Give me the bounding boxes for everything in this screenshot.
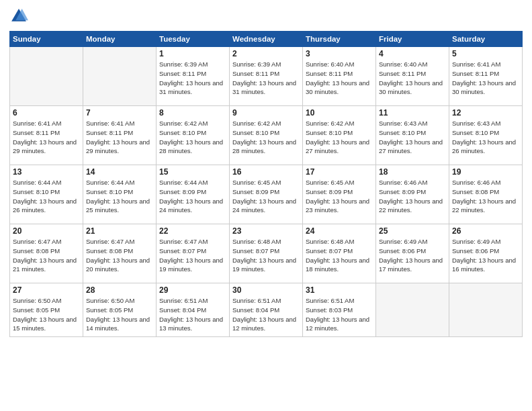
- day-detail: Sunrise: 6:43 AM Sunset: 8:10 PM Dayligh…: [379, 119, 446, 156]
- week-row-4: 27Sunrise: 6:50 AM Sunset: 8:05 PM Dayli…: [10, 283, 523, 337]
- calendar-cell: [449, 283, 523, 337]
- page: SundayMondayTuesdayWednesdayThursdayFrid…: [0, 0, 532, 411]
- day-detail: Sunrise: 6:40 AM Sunset: 8:11 PM Dayligh…: [379, 60, 446, 97]
- weekday-header-tuesday: Tuesday: [157, 32, 230, 47]
- day-number: 24: [306, 226, 373, 236]
- week-row-3: 20Sunrise: 6:47 AM Sunset: 8:08 PM Dayli…: [10, 224, 523, 283]
- day-detail: Sunrise: 6:43 AM Sunset: 8:10 PM Dayligh…: [452, 119, 519, 156]
- calendar-cell: 20Sunrise: 6:47 AM Sunset: 8:08 PM Dayli…: [10, 224, 83, 283]
- calendar-cell: 11Sunrise: 6:43 AM Sunset: 8:10 PM Dayli…: [376, 106, 449, 165]
- day-detail: Sunrise: 6:42 AM Sunset: 8:10 PM Dayligh…: [232, 119, 300, 156]
- day-number: 29: [159, 285, 226, 295]
- day-number: 23: [232, 226, 300, 236]
- calendar-cell: 27Sunrise: 6:50 AM Sunset: 8:05 PM Dayli…: [10, 283, 83, 337]
- calendar-cell: 30Sunrise: 6:51 AM Sunset: 8:04 PM Dayli…: [230, 283, 303, 337]
- day-number: 17: [306, 167, 373, 177]
- day-detail: Sunrise: 6:46 AM Sunset: 8:09 PM Dayligh…: [379, 178, 446, 215]
- week-row-1: 6Sunrise: 6:41 AM Sunset: 8:11 PM Daylig…: [10, 106, 523, 165]
- day-detail: Sunrise: 6:51 AM Sunset: 8:03 PM Dayligh…: [306, 296, 373, 333]
- day-detail: Sunrise: 6:48 AM Sunset: 8:07 PM Dayligh…: [306, 237, 373, 274]
- day-number: 20: [13, 226, 80, 236]
- day-number: 19: [452, 167, 519, 177]
- calendar-cell: 15Sunrise: 6:44 AM Sunset: 8:09 PM Dayli…: [157, 165, 230, 224]
- day-detail: Sunrise: 6:44 AM Sunset: 8:09 PM Dayligh…: [159, 178, 226, 215]
- day-number: 10: [306, 108, 373, 118]
- day-detail: Sunrise: 6:44 AM Sunset: 8:10 PM Dayligh…: [86, 178, 153, 215]
- calendar-cell: 4Sunrise: 6:40 AM Sunset: 8:11 PM Daylig…: [376, 47, 449, 106]
- day-number: 12: [452, 108, 519, 118]
- week-row-0: 1Sunrise: 6:39 AM Sunset: 8:11 PM Daylig…: [10, 47, 523, 106]
- day-number: 26: [452, 226, 519, 236]
- day-detail: Sunrise: 6:44 AM Sunset: 8:10 PM Dayligh…: [13, 178, 80, 215]
- day-detail: Sunrise: 6:41 AM Sunset: 8:11 PM Dayligh…: [452, 60, 519, 97]
- calendar-cell: 14Sunrise: 6:44 AM Sunset: 8:10 PM Dayli…: [83, 165, 157, 224]
- day-detail: Sunrise: 6:50 AM Sunset: 8:05 PM Dayligh…: [86, 296, 153, 333]
- calendar-cell: 19Sunrise: 6:46 AM Sunset: 8:08 PM Dayli…: [449, 165, 523, 224]
- day-detail: Sunrise: 6:45 AM Sunset: 8:09 PM Dayligh…: [232, 178, 300, 215]
- weekday-header-saturday: Saturday: [449, 32, 523, 47]
- day-detail: Sunrise: 6:39 AM Sunset: 8:11 PM Dayligh…: [159, 60, 226, 97]
- weekday-header-thursday: Thursday: [303, 32, 376, 47]
- calendar-cell: 25Sunrise: 6:49 AM Sunset: 8:06 PM Dayli…: [376, 224, 449, 283]
- day-detail: Sunrise: 6:46 AM Sunset: 8:08 PM Dayligh…: [452, 178, 519, 215]
- day-number: 4: [379, 49, 446, 58]
- calendar-cell: 8Sunrise: 6:42 AM Sunset: 8:10 PM Daylig…: [157, 106, 230, 165]
- calendar-cell: 29Sunrise: 6:51 AM Sunset: 8:04 PM Dayli…: [157, 283, 230, 337]
- day-number: 28: [86, 285, 153, 295]
- day-number: 14: [86, 167, 153, 177]
- day-detail: Sunrise: 6:48 AM Sunset: 8:07 PM Dayligh…: [232, 237, 300, 274]
- day-number: 1: [159, 49, 226, 58]
- day-number: 27: [13, 285, 80, 295]
- week-row-2: 13Sunrise: 6:44 AM Sunset: 8:10 PM Dayli…: [10, 165, 523, 224]
- calendar-cell: 24Sunrise: 6:48 AM Sunset: 8:07 PM Dayli…: [303, 224, 376, 283]
- day-number: 11: [379, 108, 446, 118]
- header: [9, 7, 523, 26]
- day-number: 7: [86, 108, 153, 118]
- day-number: 9: [232, 108, 300, 118]
- day-number: 22: [159, 226, 226, 236]
- day-detail: Sunrise: 6:45 AM Sunset: 8:09 PM Dayligh…: [306, 178, 373, 215]
- day-number: 30: [232, 285, 300, 295]
- calendar-cell: 13Sunrise: 6:44 AM Sunset: 8:10 PM Dayli…: [10, 165, 83, 224]
- calendar-cell: 1Sunrise: 6:39 AM Sunset: 8:11 PM Daylig…: [157, 47, 230, 106]
- calendar-cell: 16Sunrise: 6:45 AM Sunset: 8:09 PM Dayli…: [230, 165, 303, 224]
- day-detail: Sunrise: 6:47 AM Sunset: 8:08 PM Dayligh…: [86, 237, 153, 274]
- day-number: 6: [13, 108, 80, 118]
- calendar-cell: 12Sunrise: 6:43 AM Sunset: 8:10 PM Dayli…: [449, 106, 523, 165]
- calendar-cell: [83, 47, 157, 106]
- weekday-header-row: SundayMondayTuesdayWednesdayThursdayFrid…: [10, 32, 523, 47]
- weekday-header-wednesday: Wednesday: [230, 32, 303, 47]
- day-number: 15: [159, 167, 226, 177]
- calendar-table: SundayMondayTuesdayWednesdayThursdayFrid…: [9, 31, 523, 337]
- calendar-cell: 22Sunrise: 6:47 AM Sunset: 8:07 PM Dayli…: [157, 224, 230, 283]
- day-number: 16: [232, 167, 300, 177]
- weekday-header-sunday: Sunday: [10, 32, 83, 47]
- calendar-cell: 3Sunrise: 6:40 AM Sunset: 8:11 PM Daylig…: [303, 47, 376, 106]
- calendar-cell: 6Sunrise: 6:41 AM Sunset: 8:11 PM Daylig…: [10, 106, 83, 165]
- calendar-cell: [376, 283, 449, 337]
- day-detail: Sunrise: 6:40 AM Sunset: 8:11 PM Dayligh…: [306, 60, 373, 97]
- day-number: 8: [159, 108, 226, 118]
- day-detail: Sunrise: 6:42 AM Sunset: 8:10 PM Dayligh…: [159, 119, 226, 156]
- day-detail: Sunrise: 6:41 AM Sunset: 8:11 PM Dayligh…: [13, 119, 80, 156]
- calendar-cell: 2Sunrise: 6:39 AM Sunset: 8:11 PM Daylig…: [230, 47, 303, 106]
- day-detail: Sunrise: 6:47 AM Sunset: 8:08 PM Dayligh…: [13, 237, 80, 274]
- day-number: 31: [306, 285, 373, 295]
- day-number: 3: [306, 49, 373, 58]
- day-detail: Sunrise: 6:49 AM Sunset: 8:06 PM Dayligh…: [379, 237, 446, 274]
- day-number: 18: [379, 167, 446, 177]
- calendar-cell: 5Sunrise: 6:41 AM Sunset: 8:11 PM Daylig…: [449, 47, 523, 106]
- day-number: 13: [13, 167, 80, 177]
- calendar-cell: 26Sunrise: 6:49 AM Sunset: 8:06 PM Dayli…: [449, 224, 523, 283]
- calendar-cell: [10, 47, 83, 106]
- day-number: 2: [232, 49, 300, 58]
- weekday-header-monday: Monday: [83, 32, 157, 47]
- logo: [9, 7, 31, 26]
- day-detail: Sunrise: 6:47 AM Sunset: 8:07 PM Dayligh…: [159, 237, 226, 274]
- day-detail: Sunrise: 6:39 AM Sunset: 8:11 PM Dayligh…: [232, 60, 300, 97]
- day-detail: Sunrise: 6:50 AM Sunset: 8:05 PM Dayligh…: [13, 296, 80, 333]
- day-number: 25: [379, 226, 446, 236]
- day-detail: Sunrise: 6:49 AM Sunset: 8:06 PM Dayligh…: [452, 237, 519, 274]
- day-number: 21: [86, 226, 153, 236]
- day-detail: Sunrise: 6:51 AM Sunset: 8:04 PM Dayligh…: [159, 296, 226, 333]
